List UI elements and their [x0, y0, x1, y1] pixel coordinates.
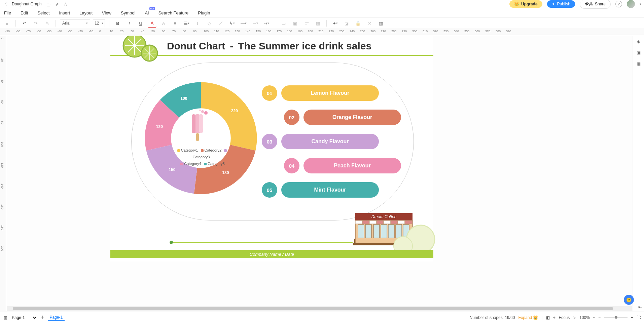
chart-title-dash: - [230, 40, 233, 52]
svg-rect-20 [358, 225, 364, 238]
font-size-select[interactable]: 12▾ [93, 19, 105, 27]
font-color-icon[interactable]: A [148, 19, 156, 28]
menu-file[interactable]: File [4, 10, 11, 15]
donut-value-label: 120 [156, 124, 163, 129]
arrow-end-icon[interactable]: ⇢▾ [262, 19, 271, 28]
lock-icon[interactable]: 🔒 [354, 19, 362, 28]
menu-ai[interactable]: AIhot [145, 10, 149, 15]
highlight-icon[interactable]: A [159, 19, 168, 28]
flavor-row[interactable]: 04Peach Flavour [284, 158, 423, 173]
components-icon[interactable]: ▦ [637, 61, 641, 66]
flavor-row[interactable]: 02Orange Flavour [284, 110, 423, 125]
zoom-level[interactable]: 100% [579, 315, 590, 320]
format-painter-icon[interactable]: ✎ [43, 19, 51, 28]
chat-bubble-icon[interactable]: 🙂 [624, 295, 634, 305]
effects-icon[interactable]: ✦▾ [331, 19, 339, 28]
connector-icon[interactable]: ↳▾ [228, 19, 237, 28]
list-icon[interactable]: ☰▾ [182, 19, 191, 28]
svg-point-15 [204, 111, 208, 115]
page-select[interactable]: Page-1 [10, 315, 37, 320]
italic-icon[interactable]: I [125, 19, 134, 28]
focus-icon[interactable]: ⌖ [553, 315, 556, 320]
avatar-menu-chevron[interactable]: ▾ [640, 2, 641, 6]
svg-rect-22 [373, 225, 380, 238]
menu-search-feature[interactable]: Search Feature [158, 10, 189, 15]
redo-icon[interactable]: ↷ [31, 19, 40, 28]
svg-rect-29 [369, 220, 377, 224]
distribute-icon[interactable]: ▦ [314, 19, 322, 28]
text-tool-icon[interactable]: T [193, 19, 202, 28]
flavor-pill: Orange Flavour [303, 110, 401, 125]
svg-rect-23 [381, 225, 387, 238]
avatar[interactable] [627, 0, 635, 8]
lime-decoration-icon [118, 36, 162, 65]
flavor-row[interactable]: 03Candy Flavour [262, 134, 423, 149]
svg-rect-13 [196, 133, 199, 141]
canvas[interactable]: Donut Chart - The Summer ice drink sales… [7, 36, 632, 311]
expand-link[interactable]: Expand 👑 [518, 315, 538, 320]
properties-icon[interactable]: ◈ [637, 39, 640, 44]
menu-insert[interactable]: Insert [59, 10, 70, 15]
underline-icon[interactable]: U [136, 19, 145, 28]
play-icon[interactable]: ▷ [573, 315, 576, 320]
layers-toggle-icon[interactable]: ◧ [546, 315, 550, 320]
donut-chart[interactable]: 220180150120100 [139, 76, 263, 200]
save-icon[interactable]: ▢ [46, 2, 50, 7]
menu-edit[interactable]: Edit [21, 10, 28, 15]
legend-swatch [180, 163, 183, 165]
back-icon[interactable]: 〈 [3, 1, 7, 7]
menu-select[interactable]: Select [37, 10, 49, 15]
flavor-pill: Mint Flavour [281, 182, 379, 198]
collapse-right-icon[interactable]: ⇤ [638, 305, 642, 310]
position-icon[interactable]: ▭ [279, 19, 288, 28]
crop-icon[interactable]: ◪ [342, 19, 351, 28]
page[interactable]: Donut Chart - The Summer ice drink sales… [110, 36, 433, 261]
menu-plugin[interactable]: Plugin [198, 10, 210, 15]
undo-icon[interactable]: ↶ [20, 19, 29, 28]
zoom-in-icon[interactable]: + [631, 315, 633, 320]
flavor-row[interactable]: 05Mint Flavour [262, 182, 423, 198]
publish-button[interactable]: ✈ Publish [547, 0, 575, 8]
menu-layout[interactable]: Layout [79, 10, 93, 15]
slider-track[interactable] [171, 242, 353, 243]
flavor-number-badge: 03 [262, 134, 277, 149]
bold-icon[interactable]: B [113, 19, 122, 28]
page-tab[interactable]: Page-1 [48, 314, 65, 321]
shape-fill-icon[interactable]: ◇ [205, 19, 214, 28]
share-button[interactable]: �共 Share [580, 0, 611, 9]
flavor-row[interactable]: 01Lemon Flavour [262, 85, 423, 101]
font-select[interactable]: Arial▾ [60, 19, 90, 27]
page-layout-icon[interactable]: ▥ [3, 315, 7, 320]
help-icon[interactable]: ? [615, 1, 622, 7]
chart-legend: Category1Category2Category3Category4Cate… [168, 147, 235, 167]
expand-panel-icon[interactable]: » [3, 19, 11, 28]
align-icon[interactable]: ≡ [171, 19, 179, 28]
tools-icon[interactable]: ✕ [365, 19, 374, 28]
scrollbar-horizontal[interactable] [7, 306, 632, 311]
menu-symbol[interactable]: Symbol [121, 10, 135, 15]
star-icon[interactable]: ☆ [64, 2, 68, 7]
flavor-pill: Candy Flavour [281, 134, 379, 149]
flavor-number-badge: 04 [284, 158, 299, 173]
line-color-icon[interactable]: ／ [216, 19, 225, 28]
group-icon[interactable]: ▣ [291, 19, 299, 28]
line-style-icon[interactable]: —▾ [239, 19, 248, 28]
donut-value-label: 100 [180, 96, 187, 101]
menu-view[interactable]: View [102, 10, 111, 15]
fullscreen-icon[interactable]: ⛶ [637, 315, 641, 320]
open-external-icon[interactable]: ⇗ [55, 2, 59, 7]
zoom-slider[interactable] [604, 317, 628, 318]
footer-bar: Company Name / Date [110, 250, 433, 258]
align-objects-icon[interactable]: ⫍ [302, 19, 311, 28]
flavor-number-badge: 01 [262, 85, 277, 101]
add-page-button[interactable]: + [41, 314, 44, 321]
layers-icon[interactable]: ▣ [637, 50, 641, 55]
legend-label: Category2 [205, 148, 222, 152]
zoom-out-icon[interactable]: − [598, 315, 601, 320]
focus-label[interactable]: Focus [559, 315, 570, 320]
upgrade-button[interactable]: 👑 Upgrade [509, 0, 542, 8]
svg-point-16 [199, 110, 201, 111]
slider-handle[interactable] [170, 241, 173, 244]
arrow-start-icon[interactable]: →▾ [251, 19, 259, 28]
presentation-icon[interactable]: ▥ [377, 19, 385, 28]
